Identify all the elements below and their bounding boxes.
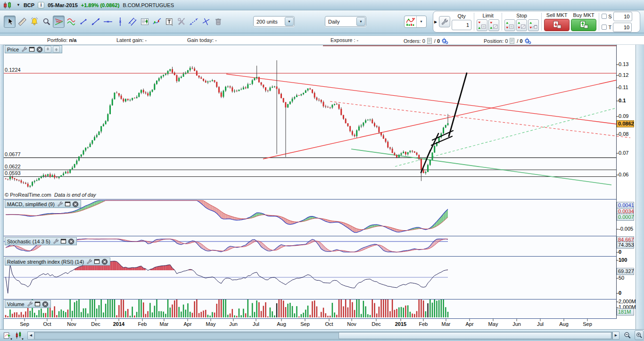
- tool-ruler-button[interactable]: [16, 16, 28, 28]
- tool-trendline-button[interactable]: [90, 16, 101, 28]
- zoom-out-button[interactable]: [622, 331, 633, 341]
- panel-settings-button[interactable]: [53, 238, 59, 244]
- stop-order-button-2[interactable]: [516, 19, 527, 31]
- chevron-down-icon[interactable]: ▼: [285, 17, 294, 26]
- panel-settings-button[interactable]: [27, 301, 33, 307]
- tool-cursor-button[interactable]: [4, 16, 16, 28]
- chart-canvas[interactable]: [4, 45, 636, 329]
- time-axis-label: Feb: [415, 321, 431, 327]
- panel-settings-button[interactable]: [86, 258, 92, 265]
- time-axis-label: May: [485, 321, 501, 327]
- zoom-out-icon: [623, 331, 632, 340]
- scrollbar-thumb[interactable]: [339, 332, 611, 339]
- time-axis-label: 2015: [393, 321, 409, 327]
- zoom-in-icon: [636, 332, 643, 339]
- buy-mkt-label: Buy MKT: [573, 12, 594, 18]
- panel-settings-button[interactable]: [57, 201, 63, 207]
- window-icon: [29, 46, 35, 52]
- tool-parallel-lines-button[interactable]: [126, 16, 138, 28]
- chevron-down-icon[interactable]: ▼: [356, 17, 365, 26]
- tool-dotted-segment-button[interactable]: [188, 16, 199, 28]
- window-icon: [65, 201, 71, 207]
- time-axis-label: Oct: [39, 321, 55, 327]
- symbol-label: BCP: [24, 2, 34, 8]
- alarm-icon: [30, 17, 39, 26]
- tool-horizontal-line-button[interactable]: [102, 16, 114, 28]
- sell-limit-button[interactable]: [477, 19, 487, 31]
- vertical-scrollbar[interactable]: [636, 45, 644, 329]
- panel-window-button[interactable]: [29, 46, 35, 52]
- app: ▼ BCP i 05-Mar-2015 +1.89% (0.0862) B.CO…: [0, 0, 644, 341]
- panel-window-button[interactable]: [34, 301, 41, 307]
- stop-checkbox[interactable]: [602, 14, 607, 19]
- tool-segment-button[interactable]: [77, 16, 89, 28]
- panel-close-button[interactable]: [68, 238, 74, 245]
- timeframe-select[interactable]: Daily ▼: [325, 16, 366, 27]
- cursor-icon: [5, 17, 15, 26]
- sell-market-button[interactable]: [544, 19, 570, 31]
- time-axis-label: Mar: [156, 321, 172, 327]
- zoom-reset-button[interactable]: [635, 330, 644, 340]
- price-level-label: 0.0622: [5, 164, 21, 169]
- tool-freehand-curve-button[interactable]: [151, 16, 163, 28]
- tool-wedge-pattern-button[interactable]: [53, 16, 65, 28]
- chevron-down-icon: ▼: [10, 338, 13, 341]
- panel-title: Stochastic (14 3 5): [7, 239, 51, 244]
- tool-vertical-line-button[interactable]: [114, 16, 126, 28]
- units-select[interactable]: 200 units ▼: [253, 16, 295, 27]
- scroll-right-icon[interactable]: ▶: [612, 332, 619, 340]
- left-splitter[interactable]: [0, 45, 4, 329]
- tool-advanced-tools-button[interactable]: [175, 16, 187, 28]
- s-value-input[interactable]: [613, 12, 632, 21]
- tool-channel-button[interactable]: [65, 16, 77, 28]
- trail-checkbox[interactable]: [602, 25, 607, 30]
- horizontal-scrollbar: ◀ ▶: [27, 332, 619, 340]
- sell-order-icon: [551, 20, 562, 30]
- move-panel-down-button[interactable]: [44, 46, 51, 53]
- candle-style-button[interactable]: ▼: [13, 331, 24, 341]
- units-value: 200 units: [254, 19, 285, 25]
- scroll-left-icon[interactable]: ◀: [27, 332, 34, 340]
- panel-window-button[interactable]: [60, 238, 66, 244]
- data-note: Data is end of day: [54, 192, 96, 198]
- time-axis-label: Sep: [579, 321, 595, 327]
- buy-limit-button[interactable]: [488, 19, 499, 31]
- panel-window-button[interactable]: [94, 258, 100, 265]
- qty-input[interactable]: [452, 20, 471, 30]
- close-icon: [72, 201, 79, 208]
- divider: [541, 13, 542, 31]
- trade-settings-button[interactable]: [439, 16, 450, 27]
- collapse-panel-icon[interactable]: ▶: [434, 20, 438, 24]
- panel-window-button[interactable]: [65, 201, 71, 207]
- panel-close-button[interactable]: [42, 301, 49, 308]
- stop-order-button-3[interactable]: [528, 19, 539, 31]
- move-panel-up-button[interactable]: [53, 46, 60, 53]
- limit-label: Limit: [483, 13, 494, 19]
- buy-market-button[interactable]: [571, 19, 596, 31]
- divider: [502, 13, 502, 31]
- time-axis-label: Dec: [88, 321, 104, 327]
- panel-settings-button[interactable]: [21, 46, 27, 52]
- order-sheet-icon: [509, 38, 515, 44]
- tool-annotation-chart-button[interactable]: [139, 16, 150, 28]
- time-axis-label: Aug: [273, 321, 289, 327]
- panel-close-button[interactable]: [101, 258, 108, 265]
- price-level-label: 0.0593: [5, 170, 21, 176]
- export-chart-button[interactable]: ▼: [2, 331, 12, 341]
- panel-header-volume: Volume: [5, 300, 51, 308]
- t-value-input[interactable]: [613, 23, 632, 32]
- stop-order-button-1[interactable]: [504, 19, 515, 31]
- tool-delete-button[interactable]: [212, 16, 224, 28]
- panel-close-button[interactable]: [36, 46, 43, 53]
- tool-text-button[interactable]: [163, 16, 175, 28]
- panel-close-button[interactable]: [72, 201, 79, 208]
- tool-zoom-button[interactable]: [41, 16, 52, 28]
- tool-alarm-button[interactable]: [28, 16, 40, 28]
- chart-type-button[interactable]: ▼: [404, 16, 427, 28]
- chevron-down-icon[interactable]: ▼: [417, 17, 426, 26]
- info-icon[interactable]: i: [38, 2, 44, 8]
- symbol-dropdown-caret-icon[interactable]: ▼: [17, 3, 20, 7]
- tool-crossed-lines-button[interactable]: [200, 16, 212, 28]
- advanced-tools-icon: [177, 17, 186, 26]
- scrollbar-track[interactable]: [34, 332, 612, 340]
